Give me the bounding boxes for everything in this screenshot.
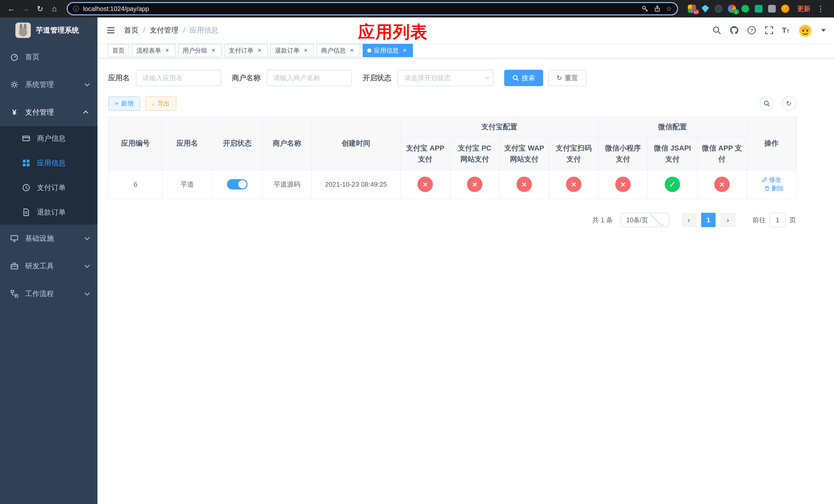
page-number-button[interactable]: 1 [701,213,716,227]
close-icon[interactable]: × [256,47,263,54]
col-wechat-mini: 微信小程序支付 [598,137,648,170]
app-title: 芋道管理系统 [36,25,79,35]
tags-view-bar: 首页 流程表单× 用户分组× 支付订单× 退款订单× 商户信息× 应用信息× [97,43,834,59]
sidebar-item-infra[interactable]: 基础设施 [0,225,97,252]
sidebar-item-app-info[interactable]: 应用信息 [0,151,97,175]
app-logo[interactable]: 芋道管理系统 [0,18,97,43]
status-select[interactable]: 请选择开启状态 [397,70,493,86]
fullscreen-icon[interactable] [765,26,774,35]
extension-emoji-icon[interactable] [778,3,792,15]
payment-submenu: 商户信息 应用信息 支付订单 退款订单 [0,126,97,225]
tab-user-group[interactable]: 用户分组× [178,44,222,57]
delete-button[interactable]: 删除 [764,184,784,192]
extension-dark-icon[interactable] [712,3,725,15]
edit-button[interactable]: 修改 [762,176,781,184]
browser-forward-icon[interactable]: → [20,3,32,15]
col-wechat-jsapi: 微信 JSAPI 支付 [648,137,697,170]
chevron-down-icon [85,263,90,268]
document-icon [22,208,30,216]
cell-status [212,170,262,199]
sidebar-item-refund-order[interactable]: 退款订单 [0,200,97,225]
logo-avatar [15,23,31,38]
tab-merchant-info[interactable]: 商户信息× [316,44,360,57]
caret-down-icon[interactable] [821,29,826,32]
breadcrumb-parent[interactable]: 支付管理 [150,25,178,35]
search-icon[interactable] [712,26,721,35]
alipay-pc-status-icon: × [467,177,482,192]
prev-page-button[interactable]: ‹ [681,213,697,227]
sidebar-toggle-button[interactable] [106,25,116,36]
add-button[interactable]: + 新增 [108,96,140,111]
extension-wechat-icon[interactable] [739,3,752,15]
export-button[interactable]: ↓ 导出 [145,96,176,111]
page-size-select[interactable]: 10条/页 [621,213,670,227]
col-app-id: 应用编号 [109,117,162,170]
extension-apps-icon[interactable]: 10 [685,3,699,15]
next-page-button[interactable]: › [720,213,736,227]
order-icon [22,184,30,192]
tab-home[interactable]: 首页 [108,44,129,57]
goto-page-input[interactable] [769,213,786,227]
toggle-search-button[interactable] [760,96,774,111]
breadcrumb-separator: / [183,26,185,35]
tab-process-form[interactable]: 流程表单× [132,44,175,57]
sidebar-item-workflow[interactable]: 工作流程 [0,280,97,307]
page-title-annotation: 应用列表 [358,21,428,44]
extension-gem-icon[interactable] [699,3,712,15]
col-created: 创建时间 [312,117,400,170]
close-icon[interactable]: × [401,47,408,54]
sidebar-item-payment[interactable]: ¥ 支付管理 [0,98,97,126]
navbar-actions: ? TT [712,23,826,38]
tab-app-info[interactable]: 应用信息× [363,44,413,57]
reset-button[interactable]: ↻ 重置 [548,70,586,86]
tab-refund-order[interactable]: 退款订单× [270,44,314,57]
page-info-icon[interactable]: ⓘ [73,5,79,13]
col-alipay-pc: 支付宝 PC 网站支付 [450,137,499,170]
goto-label: 前往 [752,215,766,225]
share-icon[interactable] [654,5,661,12]
col-group-alipay: 支付宝配置 [400,117,598,137]
browser-home-icon[interactable]: ⌂ [48,3,61,15]
chevron-down-icon [85,291,90,296]
merchant-name-input[interactable] [267,70,352,86]
table-row: 6 芋道 芋道源码 2021-10-23 08:49:25 × × × × × … [109,170,796,199]
browser-update-button[interactable]: 更新 [797,4,810,13]
alipay-qr-status-icon: × [566,177,581,192]
app-name-input[interactable] [136,70,221,86]
col-app-name: 应用名 [162,117,212,170]
download-icon: ↓ [152,100,155,107]
github-icon[interactable] [730,26,739,35]
font-size-icon[interactable]: TT [782,26,789,34]
close-icon[interactable]: × [302,47,309,54]
col-alipay-qr: 支付宝扫码支付 [549,137,598,170]
browser-reload-icon[interactable]: ↻ [34,3,46,15]
bookmark-star-icon[interactable]: ☆ [666,5,672,13]
password-key-icon[interactable] [641,5,649,12]
browser-back-icon[interactable]: ← [5,3,18,15]
cell-app-name: 芋道 [162,170,212,199]
sidebar-item-dev-tools[interactable]: 研发工具 [0,252,97,280]
close-icon[interactable]: × [210,47,217,54]
extension-note-icon[interactable] [752,3,765,15]
goto-unit: 页 [789,215,796,225]
refresh-table-button[interactable]: ↻ [782,96,796,111]
search-button[interactable]: 搜索 [504,70,543,86]
chevron-down-icon [650,212,664,226]
user-avatar[interactable] [797,23,813,38]
toolbox-icon [10,262,19,270]
sidebar-item-pay-order[interactable]: 支付订单 [0,175,97,200]
browser-menu-dots-icon[interactable]: ⋮ [814,3,827,15]
sidebar-item-merchant-info[interactable]: 商户信息 [0,126,97,151]
close-icon[interactable]: × [348,47,355,54]
sidebar-item-home[interactable]: 首页 [0,43,97,71]
close-icon[interactable]: × [163,47,171,54]
extension-puzzle-icon[interactable] [765,3,778,15]
sidebar-item-system[interactable]: 系统管理 [0,71,97,98]
breadcrumb-home[interactable]: 首页 [124,25,138,35]
url-bar[interactable]: ⓘ localhost:1024/pay/app ☆ [67,2,678,15]
extension-profile-icon[interactable]: 1 [725,3,739,15]
help-question-icon[interactable]: ? [747,26,756,35]
tab-pay-order[interactable]: 支付订单× [224,44,268,57]
status-toggle[interactable] [227,179,247,189]
page-content: 应用名 商户名称 开启状态 请选择开启状态 [97,59,834,227]
